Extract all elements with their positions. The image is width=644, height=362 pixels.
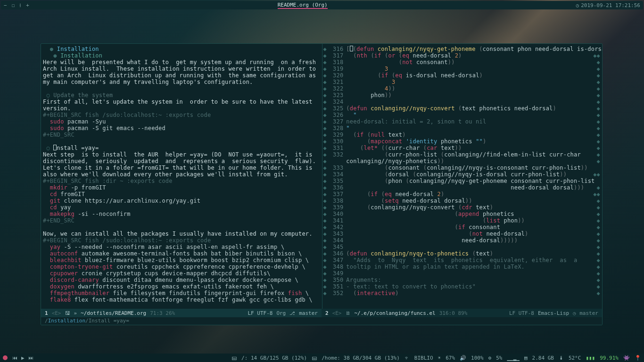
para-intro: Here will be presented what I do to get … xyxy=(43,59,316,85)
minimize-icon[interactable]: − xyxy=(4,2,7,8)
location-icon[interactable]: 📍 xyxy=(635,355,641,361)
discord-icon[interactable]: 👾 xyxy=(623,355,630,361)
battery-icon: ▮▮▮ xyxy=(586,355,595,361)
modeline-left[interactable]: 1 <E> 🖫 » ~/dotfiles/README.org 71:3 26%… xyxy=(41,309,322,317)
cpu-bars: ▁▁▂▁ xyxy=(507,355,520,361)
end-src-2: #+END_SRC xyxy=(43,217,74,224)
clock-branch-icon: ◷ xyxy=(573,311,576,316)
disk-home: /home: 38 GB/304 GB (13%) xyxy=(322,355,400,361)
wifi-icon[interactable]: ᯤ xyxy=(405,355,410,361)
headline-installation-2[interactable]: Installation xyxy=(60,52,102,59)
disk-icon: 🖴 xyxy=(312,355,317,361)
clock-icon: ◷ xyxy=(576,2,579,8)
temp: 52°C xyxy=(569,355,581,361)
subhead-update[interactable]: Update the system xyxy=(53,92,113,99)
media-prev-icon[interactable]: ⏮ xyxy=(12,355,17,361)
volume-icon[interactable]: 🔊 xyxy=(460,355,466,361)
file-icon: 🗎 xyxy=(346,310,351,316)
right-pane[interactable]: ◆ 316[(defun conlanging//nyqy-get-phonem… xyxy=(322,44,603,309)
media-play-icon[interactable]: ▶ xyxy=(21,355,25,361)
record-icon[interactable] xyxy=(3,355,8,360)
breadcrumb: /Installation/Install =yay= xyxy=(41,317,602,325)
cpu: 5% xyxy=(496,355,502,361)
para-packages: Now, we can install all the packages I u… xyxy=(43,230,313,237)
volume: 100% xyxy=(471,355,484,361)
titlebar-title-wrap: README.org (Org) xyxy=(29,2,576,9)
begin-src-3: #+BEGIN_SRC fish /sudo:localhost:~ :expo… xyxy=(43,237,211,244)
modeline-file: ~/.e/p/conlanging/funcs.el xyxy=(355,310,436,316)
battery: 99.91% xyxy=(600,355,619,361)
modelines: 1 <E> 🖫 » ~/dotfiles/README.org 71:3 26%… xyxy=(41,309,602,317)
left-pane[interactable]: ● Installation ● Installation Here will … xyxy=(41,44,322,309)
para-update: First of all, let's update the system in… xyxy=(43,99,313,112)
ram-icon: ▤ xyxy=(524,355,528,361)
temp-icon: 🌡 xyxy=(559,355,564,361)
disk-icon: 🖴 xyxy=(231,355,237,361)
begin-src-1: #+BEGIN_SRC fish /sudo:localhost:~ :expo… xyxy=(43,112,211,118)
brightness: 67% xyxy=(446,355,455,361)
titlebar-left: − ☐ ⫲ + xyxy=(4,2,29,8)
plus-icon[interactable]: + xyxy=(26,2,29,8)
headline-installation[interactable]: Installation xyxy=(57,46,99,52)
media-next-icon[interactable]: ⏭ xyxy=(28,355,33,361)
file-icon: 🖫 xyxy=(65,310,70,316)
cmd: sudo xyxy=(50,125,64,132)
arrow-icon: » xyxy=(74,310,77,316)
wifi-name: BIBLIO xyxy=(414,355,433,361)
titlebar-title: README.org (Org) xyxy=(278,2,328,9)
git-branch-icon: ⎇ xyxy=(289,311,295,316)
cmd: sudo xyxy=(50,118,64,125)
editor-window: ● Installation ● Installation Here will … xyxy=(41,43,603,325)
layout-icon[interactable]: ☐ xyxy=(12,2,15,8)
datetime: 2019-09-21 17:21:56 xyxy=(581,2,640,8)
window-titlebar: − ☐ ⫲ + README.org (Org) ◷ 2019-09-21 17… xyxy=(1,1,643,9)
vsplit-icon[interactable]: ⫲ xyxy=(19,2,21,8)
para-yay: Next step is to install the AUR helper =… xyxy=(43,151,316,178)
end-src-1: #+END_SRC xyxy=(43,132,74,138)
ram: 2.84 GB xyxy=(532,355,554,361)
bottom-status-bar: ⏮ ▶ ⏭ 🖴 /: 14 GB/125 GB (12%) 🖴 /home: 3… xyxy=(0,354,644,362)
begin-src-2: #+BEGIN_SRC fish :dir ~ :exports code xyxy=(43,178,173,184)
brightness-icon[interactable]: ☀ xyxy=(438,355,441,361)
cpu-icon: ⚙ xyxy=(488,355,492,361)
modeline-right[interactable]: 2 <E> 🗎 ~/.e/p/conlanging/funcs.el 316:0… xyxy=(322,309,602,317)
modeline-file: ~/dotfiles/README.org xyxy=(81,310,146,316)
subhead-install-yay[interactable]: nstall =yay= xyxy=(57,145,99,151)
disk-root: /: 14 GB/125 GB (12%) xyxy=(241,355,307,361)
